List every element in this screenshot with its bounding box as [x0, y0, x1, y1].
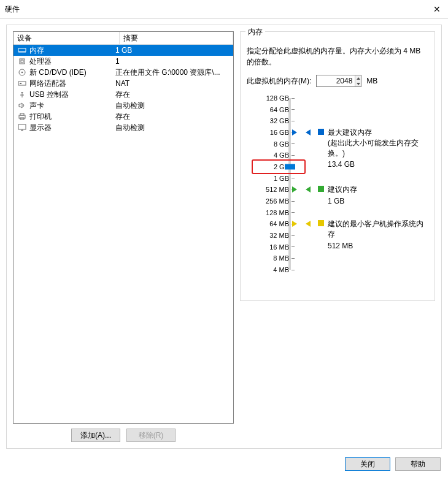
device-row-printer[interactable]: 打印机 存在 — [14, 111, 233, 122]
scale-tick: 16 MB — [253, 243, 295, 251]
device-summary: 1 — [112, 57, 233, 66]
device-row-display[interactable]: 显示器 自动检测 — [14, 122, 233, 133]
device-name: 内存 — [29, 45, 44, 56]
device-summary: 自动检测 — [112, 123, 233, 133]
max-memory-title: 最大建议内存 — [328, 128, 428, 138]
column-device[interactable]: 设备 — [14, 32, 120, 44]
device-row-cpu[interactable]: 处理器 1 — [14, 56, 233, 67]
min-memory-marker-icon — [292, 221, 297, 227]
device-list-header: 设备 摘要 — [14, 32, 233, 45]
memory-description: 指定分配给此虚拟机的内存量。内存大小必须为 4 MB 的倍数。 — [247, 45, 428, 67]
memory-legend: 内存 — [245, 27, 265, 37]
scale-tick: 8 GB — [253, 140, 295, 148]
spinner-down-icon[interactable] — [355, 81, 361, 86]
titlebar: 硬件 ✕ — [0, 0, 448, 19]
memory-groupbox: 内存 指定分配给此虚拟机的内存量。内存大小必须为 4 MB 的倍数。 此虚拟机的… — [240, 31, 435, 301]
device-name: 新 CD/DVD (IDE) — [29, 67, 87, 78]
max-memory-color-icon — [318, 129, 324, 135]
svg-rect-8 — [20, 113, 24, 115]
min-memory-pointer-icon — [306, 221, 311, 227]
memory-label: 此虚拟机的内存(M): — [247, 76, 311, 86]
device-name: 网络适配器 — [29, 78, 66, 89]
display-icon — [17, 123, 27, 132]
remove-button: 移除(R) — [126, 429, 176, 442]
device-row-memory[interactable]: 内存 1 GB — [14, 45, 233, 56]
column-summary[interactable]: 摘要 — [120, 32, 233, 44]
memory-field: 此虚拟机的内存(M): MB — [247, 75, 428, 87]
device-name: 打印机 — [29, 112, 52, 122]
memory-input[interactable] — [317, 75, 355, 86]
sound-icon — [17, 101, 27, 110]
scale-tick: 512 MB — [253, 185, 295, 194]
content-frame: 设备 摘要 内存 1 GB 处理器 1 新 CD/DVD (IDE) 正在使用文… — [6, 25, 442, 449]
scale-tick: 8 MB — [253, 254, 295, 262]
min-memory-value: 512 MB — [328, 241, 428, 251]
scale-tick: 128 GB — [253, 94, 295, 102]
device-name: 处理器 — [29, 56, 52, 67]
max-memory-note: (超出此大小可能发生内存交换。) — [328, 138, 428, 159]
svg-rect-1 — [20, 59, 25, 64]
max-memory-value: 13.4 GB — [328, 159, 428, 170]
close-button[interactable]: 关闭 — [345, 457, 390, 471]
scale-tick: 32 MB — [253, 231, 295, 240]
scale-tick: 16 GB — [253, 128, 295, 137]
spinner-up-icon[interactable] — [355, 75, 361, 81]
device-list[interactable]: 设备 摘要 内存 1 GB 处理器 1 新 CD/DVD (IDE) 正在使用文… — [13, 31, 234, 424]
settings-pane: 内存 指定分配给此虚拟机的内存量。内存大小必须为 4 MB 的倍数。 此虚拟机的… — [240, 31, 435, 442]
scale-tick: 128 MB — [253, 208, 295, 217]
footer-buttons: 关闭 帮助 — [345, 457, 441, 471]
device-summary: 自动检测 — [112, 101, 233, 111]
device-row-cd[interactable]: 新 CD/DVD (IDE) 正在使用文件 G:\0000 资源库\... — [14, 67, 233, 78]
scale-tick: 4 MB — [253, 265, 295, 274]
device-row-sound[interactable]: 声卡 自动检测 — [14, 100, 233, 111]
usb-icon — [17, 90, 27, 99]
device-summary: 存在 — [112, 90, 233, 100]
scale-tick: 4 GB — [253, 151, 295, 159]
memory-spinner[interactable] — [316, 75, 361, 87]
device-name: 声卡 — [29, 101, 44, 111]
device-pane: 设备 摘要 内存 1 GB 处理器 1 新 CD/DVD (IDE) 正在使用文… — [13, 31, 234, 442]
min-memory-color-icon — [318, 220, 324, 226]
device-summary: 存在 — [112, 112, 233, 122]
device-buttons: 添加(A)... 移除(R) — [13, 429, 234, 442]
cpu-icon — [17, 56, 27, 66]
memory-icon — [17, 45, 27, 55]
add-button[interactable]: 添加(A)... — [71, 429, 120, 442]
device-name: 显示器 — [29, 123, 52, 133]
svg-rect-2 — [21, 60, 23, 63]
scale-tick: 64 MB — [253, 219, 295, 228]
recommended-memory-marker-icon — [292, 186, 297, 193]
nic-icon — [17, 78, 27, 88]
memory-unit: MB — [366, 77, 377, 85]
device-row-usb[interactable]: USB 控制器 存在 — [14, 89, 233, 100]
scale-tick: 32 GB — [253, 116, 295, 125]
svg-rect-5 — [18, 82, 26, 85]
max-memory-legend: 最大建议内存(超出此大小可能发生内存交换。)13.4 GB — [318, 128, 428, 170]
recommended-memory-title: 建议内存 — [328, 185, 357, 195]
printer-icon — [17, 112, 27, 121]
help-button[interactable]: 帮助 — [395, 457, 441, 471]
max-memory-pointer-icon — [306, 129, 311, 135]
scale-tick: 64 GB — [253, 105, 295, 114]
device-name: USB 控制器 — [29, 90, 69, 100]
close-icon[interactable]: ✕ — [433, 4, 441, 14]
device-summary: 正在使用文件 G:\0000 资源库\... — [112, 67, 233, 78]
recommended-memory-value: 1 GB — [328, 196, 357, 207]
device-summary: NAT — [112, 79, 233, 88]
recommended-memory-pointer-icon — [306, 186, 311, 193]
svg-rect-6 — [20, 83, 21, 84]
min-memory-legend: 建议的最小客户机操作系统内存512 MB — [318, 219, 428, 251]
svg-rect-0 — [18, 48, 26, 52]
device-summary: 1 GB — [112, 46, 233, 55]
scale-tick: 256 MB — [253, 197, 295, 205]
svg-rect-10 — [18, 124, 26, 129]
memory-slider[interactable]: 128 GB64 GB32 GB16 GB8 GB4 GB2 GB1 GB512… — [253, 97, 428, 281]
device-row-nic[interactable]: 网络适配器 NAT — [14, 78, 233, 89]
highlight-box — [252, 159, 306, 174]
max-memory-marker-icon — [292, 129, 297, 135]
recommended-memory-color-icon — [318, 186, 324, 192]
cd-icon — [17, 67, 27, 77]
scale-tick: 1 GB — [253, 174, 295, 183]
min-memory-title: 建议的最小客户机操作系统内存 — [328, 219, 428, 240]
svg-point-4 — [21, 72, 23, 74]
